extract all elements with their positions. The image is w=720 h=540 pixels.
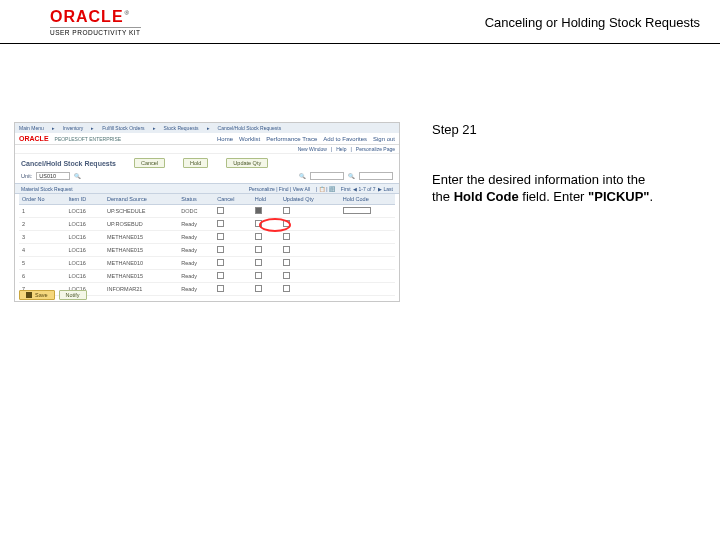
hold-checkbox[interactable] — [255, 246, 262, 253]
hold-checkbox[interactable] — [255, 272, 262, 279]
col-order[interactable]: Order No — [19, 194, 65, 205]
hold-checkbox[interactable] — [255, 233, 262, 240]
aux-input-2[interactable] — [359, 172, 393, 180]
updqty-checkbox[interactable] — [283, 259, 290, 266]
step-text-mid: field. Enter — [519, 189, 588, 204]
cell-demand: METHANE010 — [104, 257, 178, 270]
cell-order: 3 — [19, 231, 65, 244]
save-button[interactable]: Save — [19, 290, 55, 300]
grid-title: Material Stock Request — [21, 186, 73, 192]
nav-item[interactable]: Inventory — [63, 125, 84, 131]
cell-status: Ready — [178, 218, 214, 231]
hold-checkbox[interactable] — [255, 259, 262, 266]
nav-sep: ▸ — [91, 125, 94, 131]
updqty-checkbox[interactable] — [283, 233, 290, 240]
grid-band: Material Stock Request Personalize | Fin… — [15, 183, 399, 194]
brand-block: ORACLE® USER PRODUCTIVITY KIT — [50, 8, 141, 36]
cancel-checkbox[interactable] — [217, 207, 224, 214]
nav-worklist[interactable]: Worklist — [239, 136, 260, 142]
col-updqty[interactable]: Updated Qty — [280, 194, 340, 205]
updqty-checkbox[interactable] — [283, 246, 290, 253]
notify-button[interactable]: Notify — [59, 290, 87, 300]
grid-customize[interactable]: Personalize | Find | View All — [249, 186, 310, 192]
nav-item[interactable]: Fulfill Stock Orders — [102, 125, 144, 131]
table-row: 1LOC16UP.SCHEDULEDODC — [19, 205, 395, 218]
nav-item[interactable]: Cancel/Hold Stock Requests — [218, 125, 282, 131]
cell-item: LOC16 — [65, 244, 104, 257]
cell-item: LOC16 — [65, 205, 104, 218]
nav-sep: ▸ — [153, 125, 156, 131]
cell-demand: METHANE015 — [104, 231, 178, 244]
step-text: Enter the desired information into the t… — [432, 172, 706, 205]
nav-fav[interactable]: Add to Favorites — [323, 136, 367, 142]
util-new-window[interactable]: New Window — [298, 146, 327, 152]
app-oracle-sub: PEOPLESOFT ENTERPRISE — [55, 136, 122, 142]
col-demand[interactable]: Demand Source — [104, 194, 178, 205]
cell-status: Ready — [178, 244, 214, 257]
cell-order: 1 — [19, 205, 65, 218]
update-qty-button[interactable]: Update Qty — [226, 158, 268, 168]
pager-last[interactable]: Last — [384, 186, 393, 192]
hold-checkbox[interactable] — [255, 285, 262, 292]
updqty-checkbox[interactable] — [283, 285, 290, 292]
cell-status: Ready — [178, 257, 214, 270]
pager-first[interactable]: First — [341, 186, 351, 192]
cell-item: LOC16 — [65, 218, 104, 231]
step-field-name: Hold Code — [454, 189, 519, 204]
nav-sep: ▸ — [207, 125, 210, 131]
page-title: Canceling or Holding Stock Requests — [485, 14, 700, 29]
app-logo-row: ORACLE PEOPLESOFT ENTERPRISE Home Workli… — [15, 133, 399, 145]
aux-input-1[interactable] — [310, 172, 344, 180]
cell-demand: METHANE015 — [104, 270, 178, 283]
col-status[interactable]: Status — [178, 194, 214, 205]
cancel-checkbox[interactable] — [217, 220, 224, 227]
table-row: 3LOC16METHANE015Ready — [19, 231, 395, 244]
col-hold[interactable]: Hold — [252, 194, 280, 205]
instruction-column: Step 21 Enter the desired information in… — [406, 122, 706, 302]
table-row: 4LOC16METHANE015Ready — [19, 244, 395, 257]
header-bar: ORACLE® USER PRODUCTIVITY KIT Canceling … — [0, 0, 720, 44]
cancel-checkbox[interactable] — [217, 259, 224, 266]
cancel-checkbox[interactable] — [217, 272, 224, 279]
hold-checkbox[interactable] — [255, 220, 262, 227]
cell-item: LOC16 — [65, 231, 104, 244]
nav-signout[interactable]: Sign out — [373, 136, 395, 142]
hold-checkbox[interactable] — [255, 207, 262, 214]
search-icon-2[interactable]: 🔍 — [299, 173, 306, 179]
search-icon-3[interactable]: 🔍 — [348, 173, 355, 179]
pager-range: 1-7 of 7 — [359, 186, 376, 192]
cell-order: 6 — [19, 270, 65, 283]
cell-status: Ready — [178, 283, 214, 296]
panel-title: Cancel/Hold Stock Requests — [21, 160, 116, 167]
updqty-checkbox[interactable] — [283, 207, 290, 214]
brand-subtitle: USER PRODUCTIVITY KIT — [50, 27, 141, 36]
col-item[interactable]: Item ID — [65, 194, 104, 205]
updqty-checkbox[interactable] — [283, 220, 290, 227]
cancel-checkbox[interactable] — [217, 233, 224, 240]
search-icon[interactable]: 🔍 — [74, 173, 81, 179]
cancel-button[interactable]: Cancel — [134, 158, 165, 168]
nav-perf[interactable]: Performance Trace — [266, 136, 317, 142]
hold-button[interactable]: Hold — [183, 158, 208, 168]
nav-item[interactable]: Main Menu — [19, 125, 44, 131]
util-help[interactable]: Help — [336, 146, 346, 152]
unit-input[interactable]: US010 — [36, 172, 70, 180]
step-label: Step 21 — [432, 122, 706, 138]
col-holdcode[interactable]: Hold Code — [340, 194, 395, 205]
updqty-checkbox[interactable] — [283, 272, 290, 279]
step-text-prefix: Enter the desired information into the — [432, 172, 645, 187]
oracle-logo: ORACLE® — [50, 8, 129, 26]
cancel-checkbox[interactable] — [217, 246, 224, 253]
cancel-checkbox[interactable] — [217, 285, 224, 292]
nav-item[interactable]: Stock Requests — [164, 125, 199, 131]
table-row: 2LOC16UP.ROSEBUDReady — [19, 218, 395, 231]
app-input-row: Unit: US010 🔍 🔍 🔍 — [15, 170, 399, 183]
cell-order: 2 — [19, 218, 65, 231]
col-cancel[interactable]: Cancel — [214, 194, 252, 205]
util-personalize[interactable]: Personalize Page — [356, 146, 395, 152]
nav-home[interactable]: Home — [217, 136, 233, 142]
cell-demand: UP.ROSEBUD — [104, 218, 178, 231]
step-text-line2: the — [432, 189, 454, 204]
disk-icon — [26, 292, 32, 298]
hold-code-input[interactable] — [343, 207, 371, 214]
